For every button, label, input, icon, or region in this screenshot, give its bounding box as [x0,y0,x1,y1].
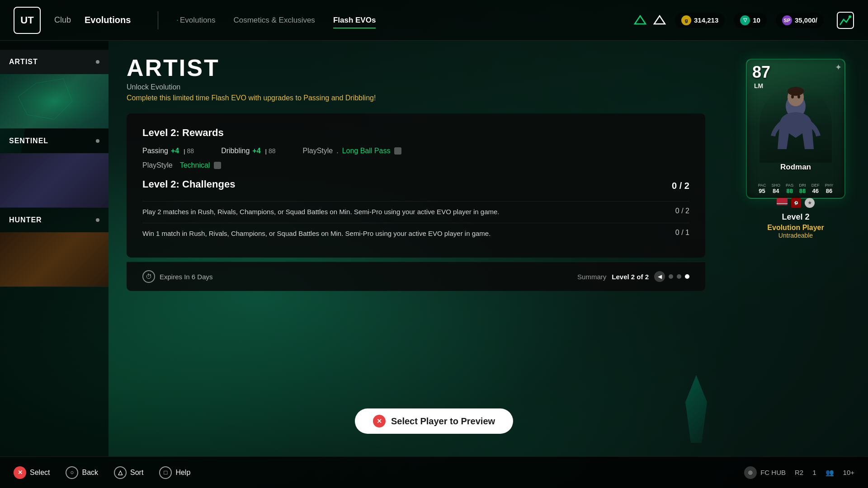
select-btn-cross-icon: ✕ [373,415,386,427]
triangle-btn-icon: △ [114,466,127,479]
select-action-label: Select [30,469,50,477]
bottom-actions: ✕ Select ○ Back △ Sort □ Help [14,466,190,479]
sidebar-item-artist-inner: ARTIST [0,50,108,74]
sidebar-item-sentinel-dot [96,139,99,143]
select-player-label: Select Player to Preview [391,416,495,427]
reward-dribbling: Dribbling +4 | 88 [221,147,275,155]
challenge2-text: Win 1 match in Rush, Rivals, Champions, … [142,229,675,239]
nav-divider [158,11,158,29]
level-badge: Level 2 of 2 [612,273,649,281]
tab-evolutions[interactable]: ·Evolutions [176,16,215,25]
passing-label: Passing [142,147,168,155]
stat-def-val: 46 [811,188,820,194]
sidebar-item-artist[interactable]: ARTIST [0,50,108,129]
challenge2-progress: 0 / 1 [675,229,689,237]
dot-3 [685,274,689,279]
players-label: 👥 [826,469,834,477]
rewards-row-2: PlayStyle Technical [142,161,689,169]
bottom-right: ◎ FC HUB R2 1 👥 10+ [744,466,854,479]
currency-gold: g 314,213 [675,13,725,28]
right-panel: ✦ 87 LM [723,41,868,456]
nav-evolutions[interactable]: Evolutions [85,15,131,25]
player-card: ✦ 87 LM [746,59,845,199]
sidebar-item-hunter-dot [96,218,99,222]
sidebar-item-hunter[interactable]: HUNTER [0,208,108,287]
bottom-action-back[interactable]: ○ Back [66,466,98,479]
playstyle2-icon [214,162,221,169]
filter-icon[interactable] [634,14,646,27]
currency-sp: SP 35,000/ [776,13,824,28]
back-action-label: Back [82,469,98,477]
passing-bar-icon: | [184,148,185,155]
reward-playstyle2: PlayStyle Technical [142,161,221,169]
stat-def: DEF 46 [811,183,820,194]
challenge-row-1: Play 2 matches in Rush, Rivals, Champion… [142,201,689,223]
tab-flash-evos[interactable]: Flash EVOs [333,16,376,25]
svg-point-8 [788,87,804,96]
card-player-image [760,86,832,163]
stat-pas-val: 88 [786,188,793,194]
dribbling-label: Dribbling [221,147,250,155]
dribbling-boost: +4 [252,147,260,155]
stats-icon[interactable] [836,11,854,29]
app-container: UT Club Evolutions ·Evolutions Cosmetics… [0,0,868,488]
dribbling-bar: | 88 [265,147,276,155]
player-silhouette [760,86,832,163]
challenge-row-2: Win 1 match in Rush, Rivals, Champions, … [142,223,689,244]
stat-sho-val: 84 [771,188,780,194]
nav-prev-btn[interactable]: ◀ [654,271,665,282]
passing-bar: | 88 [184,147,194,155]
sort-action-label: Sort [130,469,143,477]
artist-bg-art [0,74,108,128]
filter2-icon[interactable] [653,14,666,27]
sidebar-item-artist-dot [96,60,99,64]
card-info-below: Level 2 Evolution Player Untradeable [767,212,824,239]
sidebar-item-hunter-image [0,232,108,286]
square-btn-icon: □ [159,466,172,479]
card-level-text: Level 2 [767,212,824,222]
stat-sho: SHO 84 [771,183,780,194]
sidebar-item-sentinel[interactable]: SENTINEL [0,129,108,208]
extra-badge: ★ [805,198,815,208]
panel-footer: ⏱ Expires In 6 Days Summary Level 2 of 2… [127,262,705,291]
reward-playstyle1: PlayStyle . Long Ball Pass [303,147,402,155]
nav-icons [634,14,666,27]
svg-rect-2 [837,12,854,28]
stat-sho-label: SHO [771,183,780,188]
card-rating: 87 [752,64,770,80]
stat-dri-label: DRI [799,183,806,188]
help-action-label: Help [175,469,190,477]
reward-passing: Passing +4 | 88 [142,147,194,155]
gold-icon: g [681,15,691,25]
stat-pac-label: PAC [758,183,766,188]
challenges-count: 0 / 2 [672,181,689,191]
stat-def-label: DEF [811,183,820,188]
bottom-action-select[interactable]: ✕ Select [14,466,50,479]
nav-dot: · [176,16,179,24]
center-panel: ARTIST Unlock Evolution Complete this li… [108,41,723,456]
nav-club[interactable]: Club [54,15,71,25]
bottom-action-sort[interactable]: △ Sort [114,466,143,479]
bottom-action-help[interactable]: □ Help [159,466,190,479]
dot-1 [669,274,673,279]
challenge1-progress: 0 / 2 [675,207,689,215]
r2-label: R2 [795,469,803,476]
nav-dots: ◀ [654,271,689,282]
dribbling-bar-icon: | [265,148,267,155]
select-player-button[interactable]: ✕ Select Player to Preview [355,408,513,434]
playstyle1-val: Long Ball Pass [342,147,391,155]
stat-pac: PAC 95 [758,183,766,194]
team-badge: ⚽ [791,198,801,208]
summary-nav: Summary Level 2 of 2 ◀ [577,271,689,282]
summary-label: Summary [577,273,606,281]
tab-cosmetics[interactable]: Cosmetics & Exclusives [233,16,315,25]
svg-marker-1 [654,16,665,24]
evolution-description: Complete this limited time Flash EVO wit… [127,94,705,102]
stat-phy: PHY 86 [825,183,834,194]
stat-pas: PAS 88 [786,183,793,194]
main-content: ARTIST [0,41,868,456]
stat-pac-val: 95 [758,188,766,194]
logo: UT [14,7,41,34]
card-trade-text: Untradeable [767,232,824,239]
dot-2 [677,274,681,279]
